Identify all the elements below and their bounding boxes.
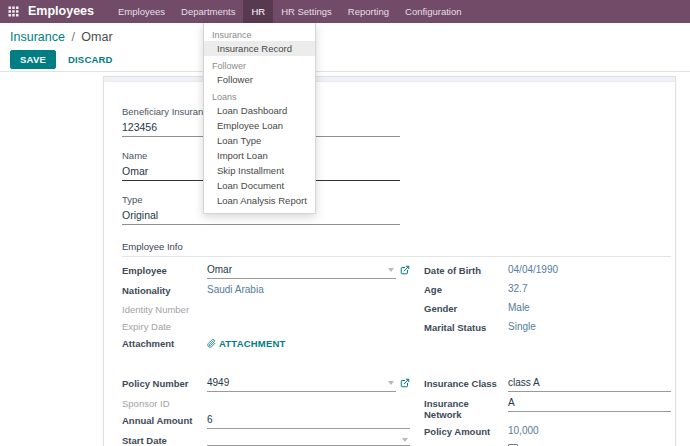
field-age: Age 32.7 xyxy=(424,283,671,297)
field-nationality: Nationality Saudi Arabia xyxy=(122,284,410,298)
menu-item-employee-loan[interactable]: Employee Loan xyxy=(204,118,315,133)
field-employee: Employee Omar xyxy=(122,264,410,279)
employee-label: Employee xyxy=(122,264,207,276)
menu-item-loan-dashboard[interactable]: Loan Dashboard xyxy=(204,103,315,118)
hr-dropdown-menu: Insurance Insurance Record Follower Foll… xyxy=(203,23,316,214)
menu-item-follower[interactable]: Follower xyxy=(204,72,315,87)
policy-amount-value: 10,000 xyxy=(508,425,671,439)
date-of-birth-value: 04/04/1990 xyxy=(508,264,671,278)
age-label: Age xyxy=(424,283,508,295)
breadcrumb: Insurance / Omar xyxy=(10,30,680,44)
gender-value: Male xyxy=(508,302,671,316)
expiry-date-label: Expiry Date xyxy=(122,320,207,332)
attachment-button-label: ATTACHMENT xyxy=(219,338,286,349)
policy-amount-label: Policy Amount xyxy=(424,425,508,437)
field-start-date: Start Date xyxy=(122,434,410,446)
nationality-label: Nationality xyxy=(122,284,207,296)
apps-grid-icon xyxy=(8,6,19,17)
expiry-date-value xyxy=(207,320,410,332)
sponsor-id-value xyxy=(207,397,410,409)
insurance-network-input[interactable]: A xyxy=(508,397,671,412)
field-sponsor-id: Sponsor ID xyxy=(122,397,410,409)
employee-external-link-icon[interactable] xyxy=(400,265,410,275)
start-date-input[interactable] xyxy=(207,434,410,446)
menu-item-skip-installment[interactable]: Skip Installment xyxy=(204,163,315,178)
menu-item-loan-document[interactable]: Loan Document xyxy=(204,178,315,193)
date-of-birth-label: Date of Birth xyxy=(424,264,508,276)
identity-number-value xyxy=(207,303,410,315)
policy-number-label: Policy Number xyxy=(122,377,207,389)
field-gender: Gender Male xyxy=(424,302,671,316)
dropdown-section-insurance: Insurance xyxy=(204,25,315,41)
insurance-details-right-column: Insurance Class class A Insurance Networ… xyxy=(424,377,671,446)
insurance-network-label: Insurance Network xyxy=(424,397,508,420)
save-button[interactable]: SAVE xyxy=(10,50,56,69)
form-sheet: Beneficiary Insurance ID 123456 Name Oma… xyxy=(103,76,676,446)
breadcrumb-parent-link[interactable]: Insurance xyxy=(10,30,65,44)
breadcrumb-separator: / xyxy=(68,30,77,44)
annual-amount-input[interactable]: 6 xyxy=(207,414,410,429)
discard-button[interactable]: DISCARD xyxy=(62,51,119,68)
menu-item-import-loan[interactable]: Import Loan xyxy=(204,148,315,163)
control-panel: Insurance / Omar SAVE DISCARD xyxy=(0,23,690,72)
dropdown-section-loans: Loans xyxy=(204,87,315,103)
main-menu: Employees Departments HR HR Settings Rep… xyxy=(110,0,470,23)
identity-number-label: Identity Number xyxy=(122,303,207,315)
field-annual-amount: Annual Amount 6 xyxy=(122,414,410,429)
field-insurance-network: Insurance Network A xyxy=(424,397,671,420)
menu-item-loan-type[interactable]: Loan Type xyxy=(204,133,315,148)
apps-menu-button[interactable] xyxy=(0,0,26,23)
breadcrumb-current: Omar xyxy=(81,30,112,44)
policy-number-external-link-icon[interactable] xyxy=(400,378,410,388)
gender-label: Gender xyxy=(424,302,508,314)
sponsor-id-label: Sponsor ID xyxy=(122,397,207,409)
menu-item-departments[interactable]: Departments xyxy=(173,0,243,23)
insurance-details-group: Policy Number 4949 Sponsor ID Annual Amo… xyxy=(122,377,671,446)
menu-item-reporting[interactable]: Reporting xyxy=(340,0,397,23)
paperclip-icon xyxy=(207,339,216,348)
start-date-label: Start Date xyxy=(122,434,207,446)
employee-info-right-column: Date of Birth 04/04/1990 Age 32.7 Gender… xyxy=(424,264,671,358)
attachment-label: Attachment xyxy=(122,337,207,349)
menu-item-hr[interactable]: HR xyxy=(243,0,273,23)
marital-status-label: Marital Status xyxy=(424,321,508,333)
annual-amount-label: Annual Amount xyxy=(122,414,207,426)
insurance-network-value: A xyxy=(508,397,515,408)
attachment-field: ATTACHMENT xyxy=(207,337,410,353)
menu-item-configuration[interactable]: Configuration xyxy=(397,0,470,23)
insurance-details-left-column: Policy Number 4949 Sponsor ID Annual Amo… xyxy=(122,377,410,446)
field-identity-number: Identity Number xyxy=(122,303,410,315)
start-date-dropdown-caret-icon[interactable] xyxy=(402,438,408,442)
employee-info-group: Employee Omar Nationality Saudi Arabia I… xyxy=(122,264,671,358)
nationality-value: Saudi Arabia xyxy=(207,284,410,298)
age-value: 32.7 xyxy=(508,283,671,297)
field-policy-number: Policy Number 4949 xyxy=(122,377,410,392)
insurance-class-value: class A xyxy=(508,377,540,388)
employee-info-section-title: Employee Info xyxy=(122,241,671,257)
annual-amount-value: 6 xyxy=(207,414,213,425)
marital-status-value: Single xyxy=(508,321,671,335)
form-sheet-inner: Beneficiary Insurance ID 123456 Name Oma… xyxy=(104,82,675,446)
insurance-class-input[interactable]: class A xyxy=(508,377,671,392)
employee-dropdown-caret-icon[interactable] xyxy=(388,268,394,272)
menu-item-loan-analysis-report[interactable]: Loan Analysis Report xyxy=(204,193,315,208)
menu-item-insurance-record[interactable]: Insurance Record xyxy=(204,41,315,56)
policy-number-value: 4949 xyxy=(207,377,229,388)
policy-number-dropdown-caret-icon[interactable] xyxy=(388,381,394,385)
control-panel-buttons: SAVE DISCARD xyxy=(10,50,680,69)
policy-number-input[interactable]: 4949 xyxy=(207,377,396,392)
top-navbar: Employees Employees Departments HR HR Se… xyxy=(0,0,690,23)
attachment-button[interactable]: ATTACHMENT xyxy=(207,337,286,350)
employee-input[interactable]: Omar xyxy=(207,264,396,279)
field-insurance-class: Insurance Class class A xyxy=(424,377,671,392)
dropdown-section-follower: Follower xyxy=(204,56,315,72)
app-brand-title: Employees xyxy=(26,0,110,23)
menu-item-hr-settings[interactable]: HR Settings xyxy=(273,0,340,23)
field-attachment: Attachment ATTACHMENT xyxy=(122,337,410,353)
menu-item-employees[interactable]: Employees xyxy=(110,0,173,23)
field-date-of-birth: Date of Birth 04/04/1990 xyxy=(424,264,671,278)
field-policy-amount: Policy Amount 10,000 xyxy=(424,425,671,439)
insurance-class-label: Insurance Class xyxy=(424,377,508,389)
employee-value: Omar xyxy=(207,264,232,275)
field-expiry-date: Expiry Date xyxy=(122,320,410,332)
